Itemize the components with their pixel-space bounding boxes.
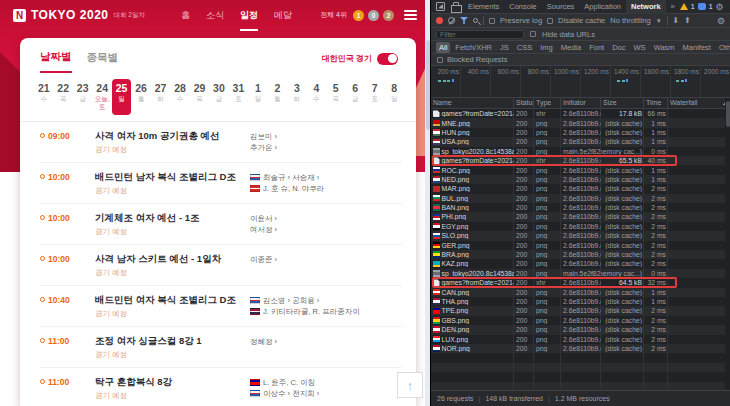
chip-media[interactable]: Media (558, 42, 584, 53)
network-request-row[interactable]: DEN.png200png2.6e8110b9.c...(disk cache)… (431, 325, 730, 334)
chip-other[interactable]: Other (716, 42, 730, 53)
athlete-entry[interactable]: 최솔규 › 서승재 › (250, 172, 402, 183)
date-cell-29[interactable]: 29목 (190, 79, 209, 115)
athlete-entry[interactable]: 여서정 › (250, 224, 402, 235)
athlete-entry[interactable]: 이상수 › 전지희 › (250, 388, 402, 399)
search-icon[interactable] (473, 18, 478, 23)
date-cell-23[interactable]: 23금 (73, 79, 92, 115)
request-initiator[interactable]: 2.6e8110b9.c... (561, 345, 601, 352)
warning-icon[interactable] (680, 3, 688, 10)
athlete-entry[interactable]: 정혜정 › (250, 336, 402, 347)
network-request-row[interactable]: GBS.png200png2.6e8110b9.c...(disk cache)… (431, 316, 730, 325)
schedule-row[interactable]: 11:00탁구 혼합복식 8강경기 예정L. 윤주, C. 이칭이상수 › 전지… (40, 368, 402, 406)
date-cell-4[interactable]: 4수 (307, 79, 326, 115)
network-request-row[interactable]: sp_tokyo2020.8c14538a...200pngmain.5e2f8… (431, 147, 730, 156)
request-initiator[interactable]: 2.6e8110b9.c... (561, 298, 601, 305)
schedule-row[interactable]: 10:40배드민턴 여자 복식 조별리그 D조경기 예정김소영 › 공희용 ›J… (40, 286, 402, 327)
request-initiator[interactable]: 2.6e8110b9.c... (561, 317, 601, 324)
request-initiator[interactable]: 2.6e8110b9.c... (561, 232, 601, 239)
network-request-row[interactable]: BUL.png200png2.6e8110b9.c...(disk cache)… (431, 194, 730, 203)
network-request-row[interactable]: games?fromDate=2021-...200xhr2.6e8110b9.… (431, 156, 730, 165)
requests-table-header[interactable]: NameStatusTypeInitiatorSizeTimeWaterfall (431, 98, 730, 109)
network-request-row[interactable]: ROC.png200png2.6e8110b9.c...(disk cache)… (431, 165, 730, 174)
network-request-row[interactable]: MNE.png200png2.6e8110b9.c...(disk cache)… (431, 118, 730, 127)
date-cell-24[interactable]: 24오늘,토 (92, 79, 111, 115)
network-request-row[interactable]: HUN.png200png2.6e8110b9.c...(disk cache)… (431, 128, 730, 137)
throttling-select[interactable]: No throttling (610, 16, 650, 25)
date-cell-30[interactable]: 30금 (209, 79, 228, 115)
date-cell-3[interactable]: 3화 (287, 79, 306, 115)
nav-item-소식[interactable]: 소식 (206, 0, 224, 31)
request-initiator[interactable]: 2.6e8110b9.c... (561, 307, 601, 314)
request-initiator[interactable]: 2.6e8110b9.c... (561, 110, 601, 117)
filter-input[interactable] (436, 30, 524, 39)
settings-gear-icon[interactable]: ⚙ (716, 2, 724, 12)
date-cell-31[interactable]: 31토 (229, 79, 248, 115)
date-cell-1[interactable]: 1일 (248, 79, 267, 115)
network-request-row[interactable]: NOR.png200png2.6e8110b9.c...(disk cache)… (431, 344, 730, 353)
chip-ws[interactable]: WS (631, 42, 649, 53)
date-cell-6[interactable]: 6금 (346, 79, 365, 115)
clear-icon[interactable] (448, 17, 455, 24)
import-har-icon[interactable]: ⬇ (673, 16, 680, 25)
chip-doc[interactable]: Doc (609, 42, 628, 53)
chip-fetchxhr[interactable]: Fetch/XHR (452, 42, 495, 53)
network-overview-timeline[interactable]: 200 ms400 ms600 ms800 ms1000 ms1200 ms14… (431, 66, 730, 98)
blocked-requests-checkbox[interactable] (437, 57, 443, 63)
request-initiator[interactable]: 2.6e8110b9.c... (561, 336, 601, 343)
network-settings-gear-icon[interactable]: ⚙ (717, 16, 725, 26)
column-header-status[interactable]: Status (514, 98, 534, 108)
request-initiator[interactable]: 2.6e8110b9.c... (561, 289, 601, 296)
chip-all[interactable]: All (436, 42, 450, 53)
devtools-tab-application[interactable]: Application (579, 0, 626, 14)
column-header-size[interactable]: Size (601, 98, 644, 108)
scroll-to-top-button[interactable]: ↑ (397, 372, 423, 398)
devtools-scrollbar[interactable] (725, 98, 730, 390)
medal-summary[interactable]: 전체 4위 1 0 2 (320, 10, 394, 21)
devtools-tab-elements[interactable]: Elements (463, 0, 504, 14)
nav-item-메달[interactable]: 메달 (274, 0, 292, 31)
chip-wasm[interactable]: Wasm (651, 42, 678, 53)
network-request-row[interactable]: CAN.png200png2.6e8110b9.c...(disk cache)… (431, 287, 730, 296)
schedule-row[interactable]: 11:00조정 여자 싱글스컬 8강 1경기 예정정혜정 › (40, 327, 402, 368)
devtools-tab-sources[interactable]: Sources (542, 0, 580, 14)
date-cell-7[interactable]: 7토 (365, 79, 384, 115)
tab-by-sport[interactable]: 종목별 (87, 51, 119, 72)
network-request-row[interactable]: MAR.png200png2.6e8110b9.c...(disk cache)… (431, 184, 730, 193)
column-header-time[interactable]: Time (644, 98, 668, 108)
request-initiator[interactable]: 2.6e8110b9.c... (561, 223, 601, 230)
request-initiator[interactable]: 2.6e8110b9.c... (561, 195, 601, 202)
tab-by-date[interactable]: 날짜별 (40, 50, 72, 73)
network-request-row[interactable]: SLO.png200png2.6e8110b9.c...(disk cache)… (431, 231, 730, 240)
date-cell-28[interactable]: 28수 (170, 79, 189, 115)
chip-img[interactable]: Img (537, 42, 556, 53)
date-cell-5[interactable]: 5목 (326, 79, 345, 115)
network-request-row[interactable]: BAN.png200png2.6e8110b9.c...(disk cache)… (431, 203, 730, 212)
schedule-row[interactable]: 10:00배드민턴 남자 복식 조별리그 D조경기 예정최솔규 › 서승재 ›J… (40, 163, 402, 204)
nav-item-홈[interactable]: 홈 (181, 0, 190, 31)
athlete-entry[interactable]: 김보미 › (250, 131, 402, 142)
network-request-row[interactable]: games?fromDate=2021-...200xhr2.6e8110b9.… (431, 109, 730, 118)
request-initiator[interactable]: 2.6e8110b9.c... (561, 242, 601, 249)
athlete-entry[interactable]: 추가은 › (250, 142, 402, 153)
request-initiator[interactable]: 2.6e8110b9.c... (561, 167, 601, 174)
athlete-entry[interactable]: J. 호 슈, N. 야쿠라 (250, 183, 402, 194)
column-header-type[interactable]: Type (534, 98, 561, 108)
request-initiator[interactable]: 2.6e8110b9.c... (561, 185, 601, 192)
request-initiator[interactable]: 2.6e8110b9.c... (561, 326, 601, 333)
schedule-row[interactable]: 10:00기계체조 여자 예선 - 1조경기 예정이윤서 ›여서정 › (40, 204, 402, 245)
record-button[interactable] (436, 17, 443, 24)
column-header-waterfall[interactable]: Waterfall (668, 98, 726, 108)
network-request-row[interactable]: BRA.png200png2.6e8110b9.c...(disk cache)… (431, 250, 730, 259)
date-cell-2[interactable]: 2월 (268, 79, 287, 115)
request-initiator[interactable]: 2.6e8110b9.c... (561, 251, 601, 258)
more-tabs-icon[interactable]: » (668, 2, 678, 11)
issues-icon[interactable] (698, 3, 706, 10)
request-initiator[interactable]: 2.6e8110b9.c... (561, 260, 601, 267)
date-cell-21[interactable]: 21수 (34, 79, 53, 115)
athlete-entry[interactable]: 이종준 › (250, 254, 402, 265)
athlete-entry[interactable]: 김소영 › 공희용 › (250, 295, 402, 306)
network-request-row[interactable]: GER.png200png2.6e8110b9.c...(disk cache)… (431, 240, 730, 249)
date-cell-27[interactable]: 27화 (151, 79, 170, 115)
inspect-element-icon[interactable] (436, 2, 445, 11)
